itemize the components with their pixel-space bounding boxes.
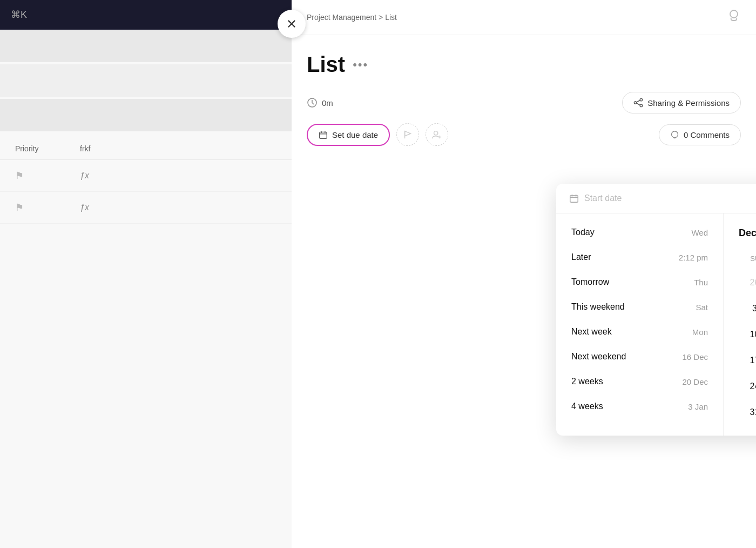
person-add-icon [431, 129, 442, 140]
quick-option-day: Wed [691, 228, 708, 237]
left-panel: ⌘K Priority frkf ⚑ ƒx ⚑ ƒx [0, 0, 292, 548]
quick-option-day: 16 Dec [682, 352, 708, 362]
quick-option-day: Thu [694, 278, 708, 287]
svg-point-5 [634, 102, 637, 104]
quick-option-label: This weekend [571, 302, 625, 312]
action-row-1: 0m Sharing & Permissions [307, 92, 741, 113]
svg-point-4 [640, 98, 643, 101]
page-title-row: List ••• [307, 52, 741, 77]
comments-label: 0 Comments [684, 130, 730, 139]
svg-point-14 [434, 131, 438, 135]
quick-option-label: Today [571, 228, 595, 237]
start-date-label: Start date [584, 193, 622, 203]
flag-icon-1: ⚑ [15, 170, 80, 182]
quick-option[interactable]: Tomorrow Thu [556, 270, 723, 295]
svg-point-2 [730, 10, 738, 18]
cal-day[interactable]: 17 [743, 349, 756, 372]
cmd-bar: ⌘K [0, 0, 292, 29]
svg-line-7 [637, 101, 640, 103]
cmd-label: ⌘K [11, 9, 27, 21]
quick-option[interactable]: Next weekend 16 Dec [556, 344, 723, 369]
date-picker-header: Start date Due date [556, 184, 756, 213]
quick-option[interactable]: Next week Mon [556, 319, 723, 344]
left-content: Priority frkf ⚑ ƒx ⚑ ƒx [0, 30, 292, 548]
svg-rect-18 [570, 196, 578, 203]
cal-day[interactable]: 3 [743, 297, 756, 320]
cal-weekdays: SUMOTUWETHFRSA [739, 251, 756, 266]
time-value: 0m [322, 98, 333, 108]
cal-month-title: December 2023 [739, 228, 756, 239]
date-picker-dropdown: Start date Due date Today Wed Later 2:12… [556, 184, 756, 436]
table-header-row: Priority frkf [0, 133, 292, 160]
notification-icon [727, 9, 741, 26]
quick-option[interactable]: Today Wed [556, 220, 723, 245]
calendar-icon [319, 130, 328, 139]
close-button[interactable] [278, 10, 306, 38]
col-priority-header: Priority [15, 144, 80, 153]
date-picker-body: Today Wed Later 2:12 pm Tomorrow Thu Thi… [556, 213, 756, 436]
top-bar: Project Management > List [292, 0, 756, 35]
svg-point-6 [640, 104, 643, 107]
sharing-button[interactable]: Sharing & Permissions [622, 92, 741, 113]
quick-option[interactable]: Later 2:12 pm [556, 245, 723, 270]
assign-button[interactable] [426, 123, 448, 146]
flag-icon [403, 130, 413, 139]
quick-option-day: 2:12 pm [679, 253, 708, 262]
quick-option-label: 2 weeks [571, 377, 603, 386]
svg-rect-9 [320, 132, 327, 138]
due-date-button[interactable]: Set due date [307, 124, 390, 146]
quick-option-label: Next weekend [571, 352, 626, 362]
table-row: ⚑ ƒx [0, 160, 292, 192]
quick-option-label: 4 weeks [571, 402, 603, 411]
start-date-tab[interactable]: Start date [556, 184, 756, 213]
breadcrumb: Project Management > List [307, 13, 397, 22]
comment-icon [670, 130, 679, 139]
weekday-label: SU [739, 251, 756, 266]
more-button[interactable]: ••• [353, 58, 368, 72]
quick-option-day: Sat [696, 303, 708, 312]
cal-day[interactable]: 31 [743, 401, 756, 424]
time-badge: 0m [307, 97, 333, 108]
col-frkf-header: frkf [80, 144, 145, 153]
svg-line-8 [637, 103, 640, 105]
start-calendar-icon [569, 193, 579, 203]
action-row-2: Set due date [307, 123, 741, 146]
quick-option[interactable]: 2 weeks 20 Dec [556, 369, 723, 394]
cal-day[interactable]: 26 [743, 271, 756, 294]
flag-button[interactable] [396, 123, 419, 146]
quick-option-day: 20 Dec [682, 377, 708, 386]
sharing-label: Sharing & Permissions [647, 98, 730, 108]
page-title: List [307, 52, 345, 77]
quick-option[interactable]: This weekend Sat [556, 295, 723, 319]
quick-option-day: 3 Jan [688, 402, 708, 411]
cal-days: 2627282930123456789101112131415161718192… [739, 270, 756, 425]
flag-icon-2: ⚑ [15, 202, 80, 213]
quick-option-label: Tomorrow [571, 277, 609, 287]
cal-nav-row: December 2023 Today ‹ › [739, 224, 756, 242]
clock-icon [307, 97, 318, 108]
svg-point-17 [672, 131, 678, 137]
quick-option-day: Mon [692, 328, 708, 337]
table-row: ⚑ ƒx [0, 192, 292, 224]
quick-option[interactable]: 4 weeks 3 Jan [556, 394, 723, 419]
cal-day[interactable]: 10 [743, 323, 756, 346]
cal-day[interactable]: 24 [743, 375, 756, 398]
comments-button[interactable]: 0 Comments [659, 124, 741, 145]
quick-options: Today Wed Later 2:12 pm Tomorrow Thu Thi… [556, 213, 724, 436]
due-date-label: Set due date [332, 130, 378, 139]
share-icon [633, 98, 643, 108]
fx-text-1: ƒx [80, 171, 145, 181]
quick-option-label: Next week [571, 327, 612, 337]
fx-text-2: ƒx [80, 203, 145, 212]
right-panel: Project Management > List List ••• 0m [292, 0, 756, 548]
cal-grid: SUMOTUWETHFRSA 2627282930123456789101112… [739, 251, 756, 425]
left-table-area: Priority frkf ⚑ ƒx ⚑ ƒx [0, 133, 292, 224]
quick-option-label: Later [571, 252, 591, 262]
calendar-panel: December 2023 Today ‹ › SUMOTUWETHFRSA 2… [724, 213, 756, 436]
